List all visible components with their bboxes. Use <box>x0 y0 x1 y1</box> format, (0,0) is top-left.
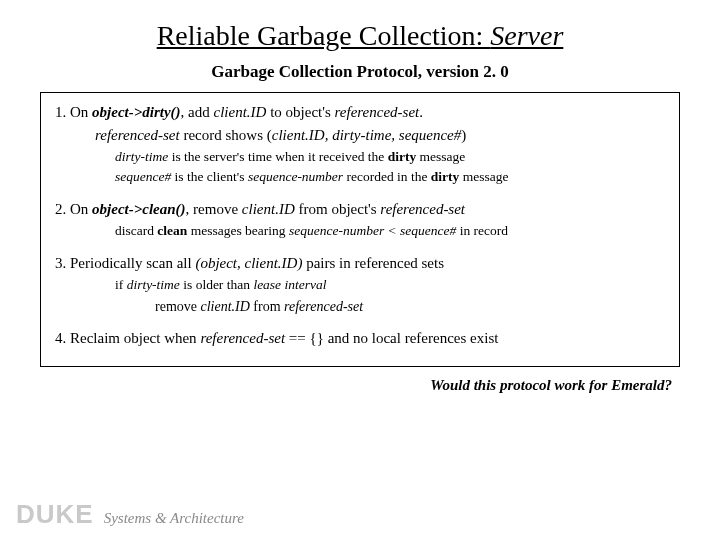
s3n2-b: client.ID <box>200 299 249 314</box>
s1n2-d: recorded in the <box>343 169 431 184</box>
step1-refset: referenced-set <box>335 104 420 120</box>
step1-call: object->dirty() <box>92 104 181 120</box>
step2-call: object->clean() <box>92 201 186 217</box>
footer-amp: & <box>155 510 167 526</box>
slide: Reliable Garbage Collection: Server Garb… <box>0 0 720 540</box>
s1n1-c: dirty <box>388 149 417 164</box>
s3n1-c: is older than <box>180 277 254 292</box>
s2n-c: messages bearing <box>187 223 289 238</box>
title-prefix: Reliable Garbage Collection: <box>157 20 491 51</box>
s1n2-e: dirty <box>431 169 460 184</box>
footer-architecture: Architecture <box>170 510 244 526</box>
step2-clientid: client.ID <box>242 201 295 217</box>
s2n-e: in record <box>456 223 508 238</box>
step3-lead: 3. Periodically scan all <box>55 255 195 271</box>
title-emph: Server <box>490 20 563 51</box>
step3-tail: pairs in referenced sets <box>302 255 444 271</box>
s3n1-a: if <box>115 277 127 292</box>
s2n-a: discard <box>115 223 157 238</box>
protocol-step-4: 4. Reclaim object when referenced-set ==… <box>55 329 665 348</box>
step1-l2-a: referenced-set <box>95 127 180 143</box>
protocol-step-1: 1. On object->dirty(), add client.ID to … <box>55 103 665 122</box>
step1-l2-b: record shows ( <box>180 127 272 143</box>
step1-dot: . <box>419 104 423 120</box>
step1-l2-d: ) <box>461 127 466 143</box>
s3n2-a: remove <box>155 299 200 314</box>
s3n1-b: dirty-time <box>127 277 180 292</box>
step2-refset: referenced-set <box>380 201 465 217</box>
protocol-step-2-note: discard clean messages bearing sequence-… <box>115 223 665 240</box>
protocol-step-1-line2: referenced-set record shows (client.ID, … <box>95 126 665 145</box>
s3n2-d: referenced-set <box>284 299 363 314</box>
s1n2-f: message <box>459 169 508 184</box>
closing-question: Would this protocol work for Emerald? <box>40 377 680 394</box>
duke-logo: DUKE <box>16 499 94 530</box>
step1-mid2: to object's <box>266 104 334 120</box>
step2-lead: 2. On <box>55 201 92 217</box>
s2n-b: clean <box>157 223 187 238</box>
footer-text: Systems & Architecture <box>104 510 244 527</box>
slide-subtitle: Garbage Collection Protocol, version 2. … <box>40 62 680 82</box>
step1-lead: 1. On <box>55 104 92 120</box>
protocol-step-3: 3. Periodically scan all (object, client… <box>55 254 665 273</box>
footer-systems: Systems <box>104 510 152 526</box>
s1n2-a: sequence# <box>115 169 171 184</box>
s3n2-c: from <box>250 299 284 314</box>
s1n1-a: dirty-time <box>115 149 168 164</box>
step1-clientid: client.ID <box>214 104 267 120</box>
step1-mid1: , add <box>181 104 214 120</box>
s2n-d: sequence-number < sequence# <box>289 223 456 238</box>
protocol-step-1-note2: sequence# is the client's sequence-numbe… <box>115 169 665 186</box>
step4-eq: == {} and no local references exist <box>285 330 498 346</box>
step1-l2-c: client.ID, dirty-time, sequence# <box>272 127 462 143</box>
slide-title: Reliable Garbage Collection: Server <box>40 20 680 52</box>
protocol-box: 1. On object->dirty(), add client.ID to … <box>40 92 680 367</box>
step3-tuple: (object, client.ID) <box>195 255 302 271</box>
s1n2-b: is the client's <box>171 169 248 184</box>
s3n1-d: lease interval <box>253 277 326 292</box>
step4-lead: 4. Reclaim object when <box>55 330 200 346</box>
footer: DUKE Systems & Architecture <box>16 499 244 530</box>
step4-cond: referenced-set <box>200 330 285 346</box>
protocol-step-3-note1: if dirty-time is older than lease interv… <box>115 277 665 294</box>
s1n2-c: sequence-number <box>248 169 343 184</box>
step2-mid1: , remove <box>186 201 242 217</box>
s1n1-d: message <box>416 149 465 164</box>
s1n1-b: is the server's time when it received th… <box>168 149 387 164</box>
protocol-step-2: 2. On object->clean(), remove client.ID … <box>55 200 665 219</box>
protocol-step-3-note2: remove client.ID from referenced-set <box>155 298 665 316</box>
protocol-step-1-note1: dirty-time is the server's time when it … <box>115 149 665 166</box>
step2-mid2: from object's <box>295 201 381 217</box>
